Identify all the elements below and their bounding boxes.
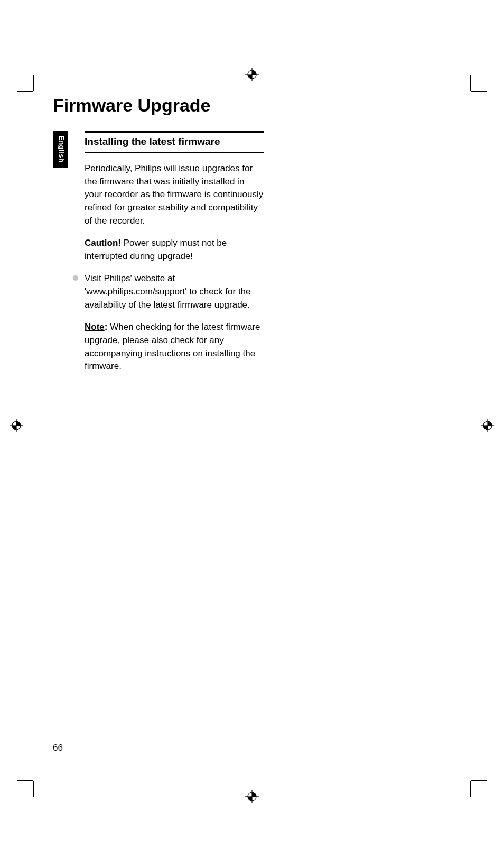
language-tab: English xyxy=(53,131,68,168)
note-label: Note xyxy=(85,322,105,332)
content-area: English Installing the latest firmware P… xyxy=(53,131,454,383)
note-text: When checking for the latest firmware up… xyxy=(85,322,260,371)
bullet-icon xyxy=(73,275,78,281)
crop-mark-bottom-right xyxy=(462,772,478,788)
section-heading-bar: Installing the latest firmware xyxy=(85,131,264,153)
crop-mark-bottom-left xyxy=(26,772,42,788)
crop-mark-top-right xyxy=(462,85,478,100)
section-heading: Installing the latest firmware xyxy=(85,136,264,147)
text-column: Installing the latest firmware Periodica… xyxy=(85,131,264,383)
registration-mark-bottom xyxy=(245,790,259,803)
crop-mark-top-left xyxy=(26,85,42,100)
page-title: Firmware Upgrade xyxy=(53,95,454,116)
intro-paragraph: Periodically, Philips will issue upgrade… xyxy=(85,162,264,227)
page-number: 66 xyxy=(53,743,63,753)
registration-mark-right xyxy=(481,419,494,432)
registration-mark-left xyxy=(10,419,23,432)
caution-paragraph: Caution! Power supply must not be interr… xyxy=(85,237,264,263)
bullet-item: Visit Philips' website at 'www.philips.c… xyxy=(85,272,264,311)
registration-mark-top xyxy=(245,68,259,81)
bullet-text: Visit Philips' website at 'www.philips.c… xyxy=(85,272,264,311)
page-content: Firmware Upgrade English Installing the … xyxy=(53,95,454,383)
caution-label: Caution! xyxy=(85,238,121,248)
note-paragraph: Note: When checking for the latest firmw… xyxy=(85,321,264,373)
